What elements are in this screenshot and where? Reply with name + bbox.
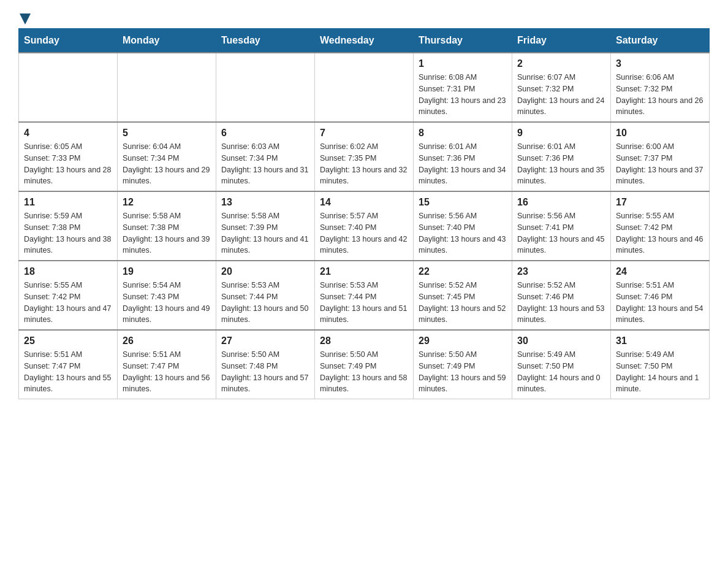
day-info: Sunrise: 5:50 AMSunset: 7:49 PMDaylight:… — [320, 349, 408, 395]
day-number: 24 — [616, 266, 704, 277]
calendar-cell: 20Sunrise: 5:53 AMSunset: 7:44 PMDayligh… — [216, 261, 315, 330]
calendar-cell: 18Sunrise: 5:55 AMSunset: 7:42 PMDayligh… — [19, 261, 118, 330]
calendar-cell: 12Sunrise: 5:58 AMSunset: 7:38 PMDayligh… — [118, 191, 216, 261]
calendar-cell: 11Sunrise: 5:59 AMSunset: 7:38 PMDayligh… — [19, 191, 118, 261]
calendar-cell: 3Sunrise: 6:06 AMSunset: 7:32 PMDaylight… — [611, 53, 710, 122]
logo-arrow-icon — [20, 13, 31, 25]
day-number: 17 — [616, 197, 704, 208]
day-info: Sunrise: 5:52 AMSunset: 7:45 PMDaylight:… — [419, 280, 507, 326]
calendar-header-row: SundayMondayTuesdayWednesdayThursdayFrid… — [19, 29, 710, 53]
calendar-cell: 6Sunrise: 6:03 AMSunset: 7:34 PMDaylight… — [216, 122, 315, 191]
calendar-cell: 23Sunrise: 5:52 AMSunset: 7:46 PMDayligh… — [512, 261, 611, 330]
day-number: 22 — [419, 266, 507, 277]
day-number: 5 — [123, 128, 211, 139]
day-number: 26 — [123, 335, 211, 347]
page-header — [18, 12, 710, 22]
day-info: Sunrise: 6:05 AMSunset: 7:33 PMDaylight:… — [24, 141, 112, 187]
calendar-cell — [216, 53, 315, 122]
day-number: 8 — [419, 128, 507, 139]
calendar-cell: 22Sunrise: 5:52 AMSunset: 7:45 PMDayligh… — [414, 261, 512, 330]
calendar-cell: 27Sunrise: 5:50 AMSunset: 7:48 PMDayligh… — [216, 330, 315, 399]
day-info: Sunrise: 5:49 AMSunset: 7:50 PMDaylight:… — [517, 349, 605, 395]
day-info: Sunrise: 6:08 AMSunset: 7:31 PMDaylight:… — [419, 72, 507, 118]
calendar-table: SundayMondayTuesdayWednesdayThursdayFrid… — [18, 28, 710, 399]
day-number: 28 — [320, 335, 408, 347]
day-info: Sunrise: 6:02 AMSunset: 7:35 PMDaylight:… — [320, 141, 408, 187]
day-info: Sunrise: 5:56 AMSunset: 7:40 PMDaylight:… — [419, 210, 507, 256]
day-number: 1 — [419, 58, 507, 69]
day-number: 11 — [24, 197, 112, 208]
calendar-cell: 31Sunrise: 5:49 AMSunset: 7:50 PMDayligh… — [611, 330, 710, 399]
calendar-cell: 17Sunrise: 5:55 AMSunset: 7:42 PMDayligh… — [611, 191, 710, 261]
day-number: 19 — [123, 266, 211, 277]
day-info: Sunrise: 5:51 AMSunset: 7:47 PMDaylight:… — [123, 349, 211, 395]
day-info: Sunrise: 6:01 AMSunset: 7:36 PMDaylight:… — [517, 141, 605, 187]
calendar-cell: 15Sunrise: 5:56 AMSunset: 7:40 PMDayligh… — [414, 191, 512, 261]
day-info: Sunrise: 5:49 AMSunset: 7:50 PMDaylight:… — [616, 349, 704, 395]
day-of-week-header: Wednesday — [315, 29, 414, 53]
day-number: 3 — [616, 58, 704, 69]
calendar-cell: 28Sunrise: 5:50 AMSunset: 7:49 PMDayligh… — [315, 330, 414, 399]
day-number: 31 — [616, 335, 704, 347]
calendar-cell: 7Sunrise: 6:02 AMSunset: 7:35 PMDaylight… — [315, 122, 414, 191]
day-info: Sunrise: 6:04 AMSunset: 7:34 PMDaylight:… — [123, 141, 211, 187]
day-number: 10 — [616, 128, 704, 139]
calendar-cell: 30Sunrise: 5:49 AMSunset: 7:50 PMDayligh… — [512, 330, 611, 399]
calendar-cell: 2Sunrise: 6:07 AMSunset: 7:32 PMDaylight… — [512, 53, 611, 122]
day-info: Sunrise: 5:58 AMSunset: 7:38 PMDaylight:… — [123, 210, 211, 256]
calendar-cell: 1Sunrise: 6:08 AMSunset: 7:31 PMDaylight… — [414, 53, 512, 122]
calendar-week-row: 11Sunrise: 5:59 AMSunset: 7:38 PMDayligh… — [19, 191, 710, 261]
day-of-week-header: Saturday — [611, 29, 710, 53]
day-info: Sunrise: 6:01 AMSunset: 7:36 PMDaylight:… — [419, 141, 507, 187]
day-number: 21 — [320, 266, 408, 277]
calendar-cell: 10Sunrise: 6:00 AMSunset: 7:37 PMDayligh… — [611, 122, 710, 191]
calendar-cell: 19Sunrise: 5:54 AMSunset: 7:43 PMDayligh… — [118, 261, 216, 330]
day-number: 4 — [24, 128, 112, 139]
calendar-week-row: 25Sunrise: 5:51 AMSunset: 7:47 PMDayligh… — [19, 330, 710, 399]
calendar-cell — [19, 53, 118, 122]
day-number: 15 — [419, 197, 507, 208]
day-info: Sunrise: 5:52 AMSunset: 7:46 PMDaylight:… — [517, 280, 605, 326]
day-info: Sunrise: 5:53 AMSunset: 7:44 PMDaylight:… — [320, 280, 408, 326]
day-number: 9 — [517, 128, 605, 139]
day-of-week-header: Friday — [512, 29, 611, 53]
calendar-cell: 16Sunrise: 5:56 AMSunset: 7:41 PMDayligh… — [512, 191, 611, 261]
day-info: Sunrise: 5:51 AMSunset: 7:47 PMDaylight:… — [24, 349, 112, 395]
day-number: 7 — [320, 128, 408, 139]
calendar-cell: 5Sunrise: 6:04 AMSunset: 7:34 PMDaylight… — [118, 122, 216, 191]
day-info: Sunrise: 5:51 AMSunset: 7:46 PMDaylight:… — [616, 280, 704, 326]
day-number: 30 — [517, 335, 605, 347]
day-info: Sunrise: 6:00 AMSunset: 7:37 PMDaylight:… — [616, 141, 704, 187]
calendar-week-row: 1Sunrise: 6:08 AMSunset: 7:31 PMDaylight… — [19, 53, 710, 122]
day-number: 25 — [24, 335, 112, 347]
calendar-cell: 14Sunrise: 5:57 AMSunset: 7:40 PMDayligh… — [315, 191, 414, 261]
day-of-week-header: Tuesday — [216, 29, 315, 53]
day-info: Sunrise: 5:54 AMSunset: 7:43 PMDaylight:… — [123, 280, 211, 326]
day-number: 23 — [517, 266, 605, 277]
day-number: 18 — [24, 266, 112, 277]
day-info: Sunrise: 5:50 AMSunset: 7:48 PMDaylight:… — [221, 349, 309, 395]
calendar-cell: 29Sunrise: 5:50 AMSunset: 7:49 PMDayligh… — [414, 330, 512, 399]
calendar-cell: 24Sunrise: 5:51 AMSunset: 7:46 PMDayligh… — [611, 261, 710, 330]
day-number: 6 — [221, 128, 309, 139]
calendar-cell — [118, 53, 216, 122]
day-info: Sunrise: 5:59 AMSunset: 7:38 PMDaylight:… — [24, 210, 112, 256]
calendar-cell — [315, 53, 414, 122]
day-number: 29 — [419, 335, 507, 347]
calendar-week-row: 18Sunrise: 5:55 AMSunset: 7:42 PMDayligh… — [19, 261, 710, 330]
day-info: Sunrise: 5:50 AMSunset: 7:49 PMDaylight:… — [419, 349, 507, 395]
day-number: 27 — [221, 335, 309, 347]
day-number: 13 — [221, 197, 309, 208]
logo — [18, 12, 31, 22]
day-info: Sunrise: 5:55 AMSunset: 7:42 PMDaylight:… — [24, 280, 112, 326]
day-info: Sunrise: 6:07 AMSunset: 7:32 PMDaylight:… — [517, 72, 605, 118]
svg-marker-0 — [20, 13, 31, 25]
day-info: Sunrise: 5:56 AMSunset: 7:41 PMDaylight:… — [517, 210, 605, 256]
day-info: Sunrise: 6:06 AMSunset: 7:32 PMDaylight:… — [616, 72, 704, 118]
day-info: Sunrise: 5:57 AMSunset: 7:40 PMDaylight:… — [320, 210, 408, 256]
calendar-cell: 13Sunrise: 5:58 AMSunset: 7:39 PMDayligh… — [216, 191, 315, 261]
day-number: 20 — [221, 266, 309, 277]
day-number: 16 — [517, 197, 605, 208]
day-info: Sunrise: 5:55 AMSunset: 7:42 PMDaylight:… — [616, 210, 704, 256]
calendar-cell: 26Sunrise: 5:51 AMSunset: 7:47 PMDayligh… — [118, 330, 216, 399]
